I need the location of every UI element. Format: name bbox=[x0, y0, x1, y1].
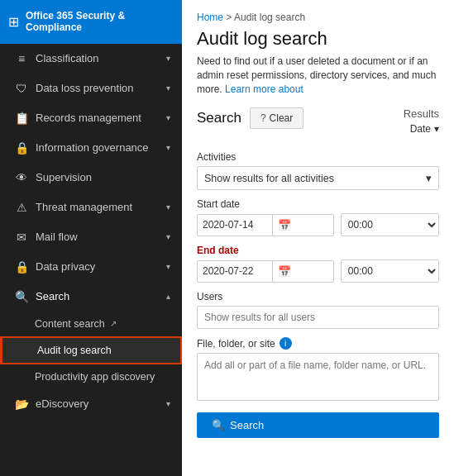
breadcrumb: Home > Audit log search bbox=[197, 12, 439, 23]
end-time-select[interactable]: 00:00 bbox=[341, 259, 439, 283]
information-governance-icon: 🔒 bbox=[14, 141, 29, 155]
sidebar-item-label: Records management bbox=[36, 112, 141, 124]
activities-chevron-down-icon: ▾ bbox=[426, 172, 432, 184]
ediscovery-icon: 📂 bbox=[14, 397, 29, 411]
activities-dropdown[interactable]: Show results for all activities ▾ bbox=[197, 166, 439, 190]
search-icon: 🔍 bbox=[14, 290, 29, 303]
classification-icon: ≡ bbox=[14, 52, 29, 65]
search-section-title: Search bbox=[197, 110, 241, 126]
results-section: Results Date ▾ bbox=[404, 107, 439, 135]
sidebar-item-records-management[interactable]: 📋 Records management ▾ bbox=[0, 103, 182, 133]
sidebar-item-data-privacy[interactable]: 🔒 Data privacy ▾ bbox=[0, 252, 182, 282]
end-date-input-wrap: 📅 bbox=[197, 260, 334, 283]
chevron-down-icon: ▾ bbox=[166, 232, 170, 241]
file-folder-site-label: File, folder, or site bbox=[197, 338, 275, 350]
sidebar-subitem-productivity-app-discovery[interactable]: Productivity app discovery bbox=[0, 364, 182, 389]
file-folder-site-label-row: File, folder, or site i bbox=[197, 337, 439, 350]
chevron-down-icon: ▾ bbox=[166, 202, 170, 212]
chevron-down-icon: ▾ bbox=[166, 54, 170, 63]
supervision-icon: 👁 bbox=[14, 171, 29, 184]
date-filter-chevron: ▾ bbox=[434, 123, 439, 135]
mail-flow-icon: ✉ bbox=[14, 231, 29, 244]
sidebar-subitem-audit-log-search[interactable]: Audit log search bbox=[0, 336, 182, 364]
start-date-row: 📅 00:00 bbox=[197, 213, 439, 236]
grid-icon: ⊞ bbox=[8, 14, 19, 30]
info-text: Need to find out if a user deleted a doc… bbox=[197, 55, 439, 96]
date-filter-label: Date bbox=[410, 123, 431, 135]
date-filter-dropdown[interactable]: Date ▾ bbox=[410, 123, 439, 135]
clear-icon: ? bbox=[260, 112, 266, 124]
sidebar-item-threat-management[interactable]: ⚠ Threat management ▾ bbox=[0, 193, 182, 222]
chevron-down-icon: ▾ bbox=[166, 399, 170, 408]
end-date-input[interactable] bbox=[198, 261, 272, 281]
breadcrumb-home[interactable]: Home bbox=[197, 12, 223, 23]
file-folder-site-input[interactable] bbox=[197, 353, 439, 401]
data-loss-prevention-icon: 🛡 bbox=[14, 82, 29, 95]
sidebar-item-supervision[interactable]: 👁 Supervision bbox=[0, 163, 182, 193]
sidebar: ⊞ Office 365 Security & Compliance ≡ Cla… bbox=[0, 0, 182, 476]
start-date-label: Start date bbox=[197, 198, 439, 210]
sidebar-item-data-loss-prevention[interactable]: 🛡 Data loss prevention ▾ bbox=[0, 74, 182, 103]
start-date-input-wrap: 📅 bbox=[197, 214, 334, 236]
search-results-row: Search ? Clear Results Date ▾ bbox=[197, 107, 439, 135]
threat-management-icon: ⚠ bbox=[14, 201, 29, 214]
end-date-row: 📅 00:00 bbox=[197, 259, 439, 283]
sidebar-item-ediscovery[interactable]: 📂 eDiscovery ▾ bbox=[0, 389, 182, 419]
search-btn-label: Search bbox=[230, 419, 264, 431]
chevron-down-icon: ▾ bbox=[166, 262, 170, 271]
search-button[interactable]: 🔍 Search bbox=[197, 412, 439, 438]
sidebar-item-label: Search bbox=[36, 290, 69, 302]
sidebar-item-label: Data privacy bbox=[36, 260, 95, 273]
chevron-up-icon: ▴ bbox=[166, 292, 170, 301]
start-time-select[interactable]: 00:00 bbox=[341, 213, 439, 236]
sidebar-item-label: Data loss prevention bbox=[36, 82, 134, 94]
sidebar-item-mail-flow[interactable]: ✉ Mail flow ▾ bbox=[0, 222, 182, 252]
sidebar-item-label: Threat management bbox=[36, 201, 132, 213]
breadcrumb-current: Audit log search bbox=[234, 12, 305, 23]
chevron-down-icon: ▾ bbox=[166, 83, 170, 93]
data-privacy-icon: 🔒 bbox=[14, 260, 29, 274]
sidebar-subitem-content-search[interactable]: Content search ↗ bbox=[0, 312, 182, 336]
audit-log-search-label: Audit log search bbox=[37, 345, 112, 356]
users-input[interactable] bbox=[197, 306, 439, 329]
activities-label: Activities bbox=[197, 151, 439, 163]
sidebar-item-label: Information governance bbox=[36, 141, 149, 154]
main-content: Home > Audit log search Audit log search… bbox=[182, 0, 454, 476]
activities-value: Show results for all activities bbox=[204, 173, 334, 184]
sidebar-item-label: eDiscovery bbox=[36, 397, 88, 410]
breadcrumb-separator: > bbox=[226, 12, 232, 23]
learn-more-link[interactable]: Learn more about bbox=[225, 83, 303, 95]
end-date-label: End date bbox=[197, 245, 439, 256]
productivity-app-discovery-label: Productivity app discovery bbox=[35, 371, 155, 383]
chevron-down-icon: ▾ bbox=[166, 113, 170, 122]
search-btn-icon: 🔍 bbox=[212, 419, 225, 431]
chevron-down-icon: ▾ bbox=[166, 143, 170, 152]
sidebar-item-label: Classification bbox=[36, 52, 99, 64]
page-title: Audit log search bbox=[197, 28, 439, 50]
sidebar-item-search[interactable]: 🔍 Search ▴ bbox=[0, 282, 182, 312]
content-search-label: Content search bbox=[35, 318, 105, 330]
app-title: Office 365 Security & Compliance bbox=[26, 10, 174, 34]
info-icon[interactable]: i bbox=[280, 337, 292, 350]
external-link-icon: ↗ bbox=[110, 319, 117, 328]
start-date-input[interactable] bbox=[198, 215, 272, 235]
sidebar-item-classification[interactable]: ≡ Classification ▾ bbox=[0, 44, 182, 74]
start-date-calendar-icon[interactable]: 📅 bbox=[272, 215, 296, 236]
sidebar-item-information-governance[interactable]: 🔒 Information governance ▾ bbox=[0, 133, 182, 163]
sidebar-item-label: Mail flow bbox=[36, 231, 78, 243]
end-date-calendar-icon[interactable]: 📅 bbox=[272, 261, 296, 282]
sidebar-item-label: Supervision bbox=[36, 171, 92, 183]
records-management-icon: 📋 bbox=[14, 112, 29, 125]
users-label: Users bbox=[197, 291, 439, 302]
results-label: Results bbox=[404, 107, 439, 120]
app-header: ⊞ Office 365 Security & Compliance bbox=[0, 0, 182, 44]
clear-button[interactable]: ? Clear bbox=[250, 107, 303, 129]
